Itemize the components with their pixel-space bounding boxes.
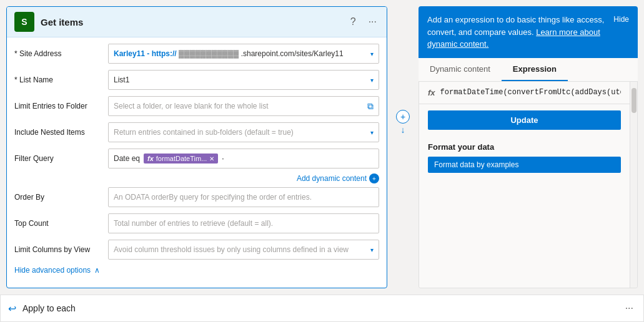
connector-area: + ↓ [387,0,419,295]
filter-prefix: Date eq [114,154,140,163]
filter-query-control[interactable]: Date eq fx formatDateTim... ✕ · [108,149,379,168]
expression-input[interactable] [440,88,621,97]
add-step-button[interactable]: + [396,110,410,124]
filter-chip[interactable]: fx formatDateTim... ✕ [144,154,218,163]
top-count-label: Top Count [14,219,108,228]
arrow-down-icon: ↓ [401,125,405,135]
plus-icon: + [369,173,379,183]
limit-columns-placeholder: Avoid column threshold issues by only us… [114,245,349,254]
site-address-chevron-icon: ▾ [370,51,374,57]
main-area: S Get items ? ··· * Site Address Karley1… [0,0,644,295]
list-name-value: List1 [114,76,129,84]
limit-columns-chevron-icon: ▾ [370,246,374,253]
site-address-control[interactable]: Karley11 - https:// ▓▓▓▓▓▓▓▓▓▓▓ .sharepo… [108,44,379,64]
update-button[interactable]: Update [428,110,621,130]
order-by-control[interactable]: An ODATA orderBy query for specifying th… [108,187,379,207]
card-header-actions: ? ··· [348,15,379,29]
filter-query-label: Filter Query [14,154,108,163]
fx-icon: fx [147,155,154,162]
learn-more-link[interactable]: Learn more about dynamic content. [427,27,600,49]
limit-entries-placeholder: Select a folder, or leave blank for the … [114,102,268,110]
apply-to-each-bar: ↩ Apply to each ··· [0,295,644,322]
site-address-value: Karley11 - https:// ▓▓▓▓▓▓▓▓▓▓▓ .sharepo… [114,49,344,58]
order-by-placeholder: An ODATA orderBy query for specifying th… [114,193,312,202]
card-header-left: S Get items [14,12,83,32]
list-name-row: * List Name List1 ▾ [14,69,379,91]
add-dynamic-content-button[interactable]: Add dynamic content + [297,173,379,183]
order-by-label: Order By [14,193,108,202]
limit-columns-control[interactable]: Avoid column threshold issues by only us… [108,240,379,260]
hide-advanced-label: Hide advanced options [14,266,91,275]
list-name-control[interactable]: List1 ▾ [108,70,379,90]
expression-header: Add an expression to do basic things lik… [419,6,638,58]
format-data-section: Format your data Format data by examples [419,136,630,288]
include-nested-row: Include Nested Items Return entries cont… [14,121,379,144]
tab-dynamic-content[interactable]: Dynamic content [419,58,502,81]
panel-inner: fx Update Format your data Format data b… [419,82,638,289]
tab-expression[interactable]: Expression [502,58,568,81]
site-address-row: * Site Address Karley11 - https:// ▓▓▓▓▓… [14,42,379,65]
scrollbar[interactable] [630,82,637,288]
scrollbar-thumb [632,88,637,113]
card-title: Get items [41,17,83,27]
format-data-item[interactable]: Format data by examples [428,157,621,173]
more-options-button[interactable]: ··· [366,15,379,29]
include-nested-placeholder: Return entries contained in sub-folders … [114,128,294,137]
include-nested-chevron-icon: ▾ [370,129,374,136]
top-count-control[interactable]: Total number of entries to retrieve (def… [108,213,379,233]
add-dynamic-row: Add dynamic content + [14,173,379,183]
expression-panel: Add an expression to do basic things lik… [419,6,638,288]
limit-entries-row: Limit Entries to Folder Select a folder,… [14,95,379,117]
apply-to-each-icon: ↩ [8,303,16,315]
limit-entries-label: Limit Entries to Folder [14,102,108,110]
limit-columns-row: Limit Columns by View Avoid column thres… [14,238,379,261]
panel-tabs: Dynamic content Expression [419,58,638,82]
list-name-label: * List Name [14,76,108,84]
include-nested-control[interactable]: Return entries contained in sub-folders … [108,122,379,142]
order-by-row: Order By An ODATA orderBy query for spec… [14,186,379,208]
hide-panel-button[interactable]: Hide [613,14,629,25]
fx-label: fx [428,88,435,97]
include-nested-label: Include Nested Items [14,128,108,137]
format-data-item-label: Format data by examples [434,160,518,169]
expression-header-text: Add an expression to do basic things lik… [427,15,604,49]
limit-entries-control[interactable]: Select a folder, or leave blank for the … [108,96,379,116]
chip-label: formatDateTim... [156,155,207,162]
add-dynamic-label: Add dynamic content [297,174,367,183]
site-address-label: * Site Address [14,49,108,58]
hide-advanced-button[interactable]: Hide advanced options ∧ [14,266,379,280]
chevron-up-icon: ∧ [94,266,100,275]
card-body: * Site Address Karley11 - https:// ▓▓▓▓▓… [7,37,387,288]
panel-content: fx Update Format your data Format data b… [419,82,630,288]
top-count-placeholder: Total number of entries to retrieve (def… [114,219,273,228]
limit-columns-label: Limit Columns by View [14,245,108,254]
app-icon: S [14,12,34,32]
apply-to-each-label: Apply to each [22,303,76,313]
format-data-title: Format your data [428,142,621,152]
filter-query-row: Filter Query Date eq fx formatDateTim...… [14,147,379,170]
chip-dot: · [222,154,224,163]
expression-input-row: fx [419,82,630,104]
apply-more-options-button[interactable]: ··· [623,301,636,315]
top-count-row: Top Count Total number of entries to ret… [14,212,379,235]
folder-icon: ⧉ [367,101,374,112]
card-header: S Get items ? ··· [7,7,387,37]
list-name-chevron-icon: ▾ [370,77,374,84]
get-items-card: S Get items ? ··· * Site Address Karley1… [6,6,387,288]
chip-close-icon[interactable]: ✕ [209,155,214,162]
help-button[interactable]: ? [348,15,359,29]
